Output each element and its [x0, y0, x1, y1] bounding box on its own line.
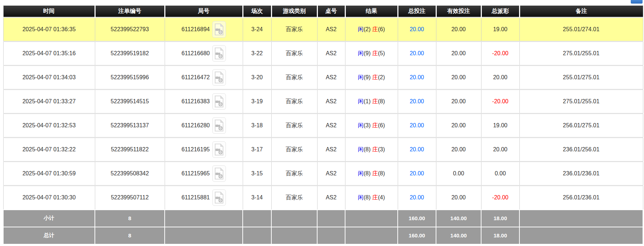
- cell-game-type: 百家乐: [271, 18, 317, 42]
- cell-total-bet[interactable]: 20.00: [398, 66, 436, 90]
- cell-total-bet[interactable]: 20.00: [398, 186, 436, 210]
- cell-time: 2025-04-07 01:33:27: [3, 90, 95, 114]
- video-file-icon: [214, 143, 224, 156]
- cell-time: 2025-04-07 01:30:59: [3, 162, 95, 186]
- partial-blue-button[interactable]: [631, 0, 643, 4]
- cell-total-bet[interactable]: 20.00: [398, 114, 436, 138]
- cell-result: 闲(8) 庄(4): [345, 186, 398, 210]
- game-id-text: 611216195: [181, 146, 210, 153]
- col-header-session: 场次: [243, 6, 271, 18]
- cell-session: 3-24: [243, 18, 271, 42]
- video-replay-button[interactable]: [212, 21, 226, 38]
- cell-payout: -20.00: [481, 186, 519, 210]
- video-file-icon: [214, 191, 224, 204]
- cell-total-bet[interactable]: 20.00: [398, 162, 436, 186]
- cell-valid-bet: 0.00: [436, 162, 481, 186]
- banker-result-value: (4): [378, 194, 385, 200]
- cell-bet-id: 522399514515: [95, 90, 165, 114]
- player-result-value: (3): [364, 122, 371, 128]
- cell-game-type: 百家乐: [271, 114, 317, 138]
- subtotal-empty-cell: [243, 210, 271, 227]
- video-replay-button[interactable]: [212, 45, 226, 62]
- cell-bet-id: 522399519182: [95, 42, 165, 66]
- col-header-result: 结果: [345, 6, 398, 18]
- player-result-value: (8): [364, 194, 371, 200]
- cell-payout: 19.00: [481, 114, 519, 138]
- player-result-label: 闲: [358, 98, 364, 104]
- header-row: 时间 注单编号 局号 场次 游戏类别 桌号 结果 总投注 有效投注 总派彩 备注: [3, 6, 643, 18]
- subtotal-valid-bet: 140.00: [436, 210, 481, 227]
- col-header-game-type: 游戏类别: [271, 6, 317, 18]
- bet-records-table: 时间 注单编号 局号 场次 游戏类别 桌号 结果 总投注 有效投注 总派彩 备注…: [3, 5, 643, 245]
- total-empty-cell: [519, 227, 643, 244]
- table-row: 2025-04-07 01:35:16 522399519182 6112166…: [3, 42, 643, 66]
- cell-game-type: 百家乐: [271, 162, 317, 186]
- video-replay-button[interactable]: [212, 141, 226, 158]
- cell-game-type: 百家乐: [271, 186, 317, 210]
- banker-result-value: (8): [378, 98, 385, 104]
- total-label: 总计: [3, 227, 95, 244]
- table-header: 时间 注单编号 局号 场次 游戏类别 桌号 结果 总投注 有效投注 总派彩 备注: [3, 6, 643, 18]
- player-result-value: (9): [364, 50, 371, 56]
- cell-result: 闲(8) 庄(8): [345, 162, 398, 186]
- banker-result-label: 庄: [372, 74, 378, 80]
- cell-total-bet[interactable]: 20.00: [398, 18, 436, 42]
- banker-result-label: 庄: [372, 146, 378, 152]
- table-row: 2025-04-07 01:32:22 522399511822 6112161…: [3, 138, 643, 162]
- cell-time: 2025-04-07 01:30:30: [3, 186, 95, 210]
- cell-valid-bet: 20.00: [436, 138, 481, 162]
- cell-result: 闲(9) 庄(2): [345, 66, 398, 90]
- cell-time: 2025-04-07 01:32:22: [3, 138, 95, 162]
- cell-bet-id: 522399515996: [95, 66, 165, 90]
- cell-game-id: 611216680: [165, 42, 243, 66]
- banker-result-label: 庄: [372, 26, 378, 32]
- cell-table-no: AS2: [317, 114, 345, 138]
- player-result-value: (9): [364, 74, 371, 80]
- cell-total-bet[interactable]: 20.00: [398, 138, 436, 162]
- player-result-value: (8): [364, 170, 371, 176]
- game-id-text: 611216280: [181, 122, 210, 129]
- video-file-icon: [214, 23, 224, 36]
- cell-table-no: AS2: [317, 162, 345, 186]
- cell-remark: 275.01/255.01: [519, 90, 643, 114]
- cell-table-no: AS2: [317, 90, 345, 114]
- video-replay-button[interactable]: [212, 189, 226, 206]
- cell-time: 2025-04-07 01:35:16: [3, 42, 95, 66]
- game-id-text: 611215965: [181, 170, 210, 177]
- cell-remark: 256.01/236.01: [519, 186, 643, 210]
- cell-total-bet[interactable]: 20.00: [398, 42, 436, 66]
- game-id-text: 611216680: [181, 50, 210, 57]
- video-replay-button[interactable]: [212, 165, 226, 182]
- subtotal-empty-cell: [165, 210, 243, 227]
- cell-game-type: 百家乐: [271, 138, 317, 162]
- banker-result-value: (3): [378, 146, 385, 152]
- video-replay-button[interactable]: [212, 117, 226, 134]
- player-result-value: (2): [364, 26, 371, 32]
- cell-table-no: AS2: [317, 18, 345, 42]
- cell-time: 2025-04-07 01:32:53: [3, 114, 95, 138]
- total-empty-cell: [243, 227, 271, 244]
- cell-total-bet[interactable]: 20.00: [398, 90, 436, 114]
- video-file-icon: [214, 167, 224, 180]
- table-footer: 小计 8 160.00 140.00 18.00 总计 8 160.00 140…: [3, 210, 643, 244]
- col-header-bet-id: 注单编号: [95, 6, 165, 18]
- cell-remark: 275.01/255.01: [519, 42, 643, 66]
- video-file-icon: [214, 71, 224, 84]
- video-replay-button[interactable]: [212, 69, 226, 86]
- cell-session: 3-18: [243, 114, 271, 138]
- banker-result-value: (6): [378, 26, 385, 32]
- cell-remark: 236.01/236.01: [519, 162, 643, 186]
- cell-game-id: 611216894: [165, 18, 243, 42]
- video-replay-button[interactable]: [212, 93, 226, 110]
- cell-bet-id: 522399511822: [95, 138, 165, 162]
- cell-result: 闲(2) 庄(6): [345, 18, 398, 42]
- cell-payout: -20.00: [481, 90, 519, 114]
- cell-game-id: 611216383: [165, 90, 243, 114]
- cell-game-type: 百家乐: [271, 90, 317, 114]
- cell-bet-id: 522399513137: [95, 114, 165, 138]
- table-row: 2025-04-07 01:30:59 522399508342 6112159…: [3, 162, 643, 186]
- cell-payout: -20.00: [481, 42, 519, 66]
- cell-table-no: AS2: [317, 66, 345, 90]
- table-row: 2025-04-07 01:33:27 522399514515 6112163…: [3, 90, 643, 114]
- subtotal-empty-cell: [271, 210, 317, 227]
